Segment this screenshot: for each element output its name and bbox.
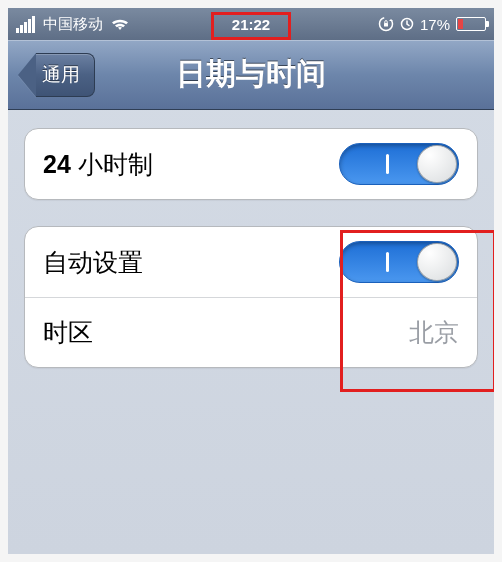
- carrier-label: 中国移动: [43, 15, 103, 34]
- row-label-24-hour: 24 小时制: [43, 148, 153, 181]
- toggle-knob: [417, 243, 457, 281]
- toggle-on-indicator: [386, 154, 389, 174]
- group-time-format: 24 小时制: [24, 128, 478, 200]
- toggle-24-hour[interactable]: [339, 143, 459, 185]
- status-time: 21:22: [232, 16, 270, 33]
- toggle-on-indicator: [386, 252, 389, 272]
- battery-percent: 17%: [420, 16, 450, 33]
- back-button-label: 通用: [42, 62, 80, 88]
- row-auto-set: 自动设置: [25, 227, 477, 297]
- group-auto-timezone: 自动设置 时区 北京: [24, 226, 478, 368]
- alarm-icon: [400, 17, 414, 31]
- nav-bar: 通用 日期与时间: [8, 40, 494, 110]
- battery-icon: [456, 17, 486, 31]
- wifi-icon: [111, 17, 129, 31]
- row-timezone[interactable]: 时区 北京: [25, 297, 477, 367]
- page-title: 日期与时间: [176, 54, 326, 95]
- toggle-knob: [417, 145, 457, 183]
- settings-screen: 中国移动 21:22 17% 通用 日期与时间: [8, 8, 494, 554]
- signal-strength-icon: [16, 16, 35, 33]
- toggle-auto-set[interactable]: [339, 241, 459, 283]
- back-button[interactable]: 通用: [18, 53, 95, 97]
- svg-rect-1: [384, 23, 388, 27]
- chevron-left-icon: [18, 53, 36, 97]
- content-area: 24 小时制 自动设置 时区 北京: [8, 110, 494, 412]
- rotation-lock-icon: [378, 16, 394, 32]
- row-label-auto-set: 自动设置: [43, 246, 143, 279]
- status-bar: 中国移动 21:22 17%: [8, 8, 494, 40]
- row-24-hour: 24 小时制: [25, 129, 477, 199]
- row-value-timezone: 北京: [409, 316, 459, 349]
- status-right: 17%: [378, 16, 486, 33]
- status-left: 中国移动: [16, 15, 129, 34]
- row-label-timezone: 时区: [43, 316, 93, 349]
